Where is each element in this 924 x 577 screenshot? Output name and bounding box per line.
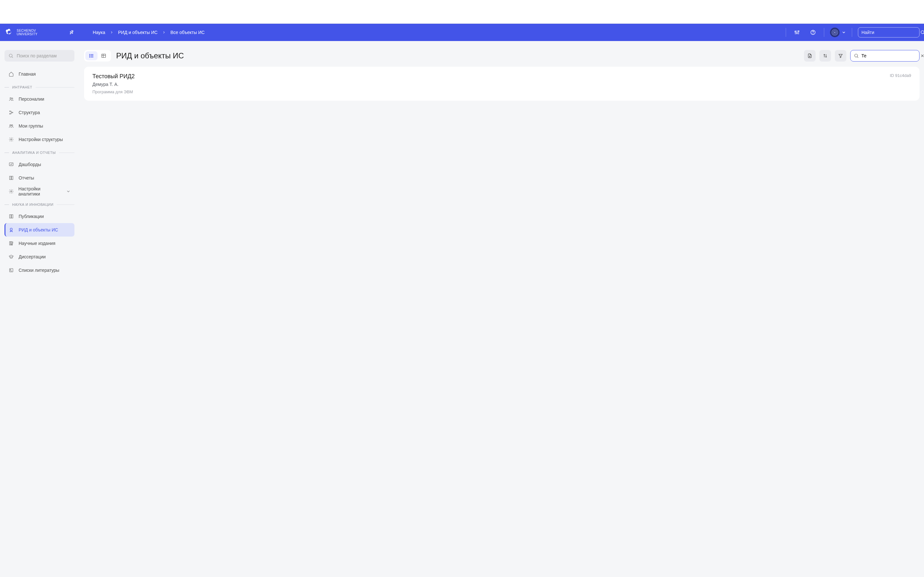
section-science: НАУКА И ИННОВАЦИИ xyxy=(5,203,74,206)
svg-point-38 xyxy=(855,54,858,57)
user-menu[interactable] xyxy=(830,27,846,37)
view-list-button[interactable] xyxy=(86,51,97,60)
svg-point-12 xyxy=(921,31,924,34)
svg-line-15 xyxy=(12,57,13,58)
svg-point-22 xyxy=(11,125,13,126)
header-search[interactable] xyxy=(858,27,919,37)
header-search-input[interactable] xyxy=(861,30,918,35)
nav-label: Дашборды xyxy=(19,162,41,167)
topbar-right xyxy=(786,27,919,37)
svg-rect-35 xyxy=(102,54,105,58)
users-icon xyxy=(8,97,14,102)
svg-point-25 xyxy=(11,191,12,192)
svg-line-39 xyxy=(857,57,858,58)
card-title: Тестовый РИД2 xyxy=(92,73,135,80)
svg-point-18 xyxy=(10,111,11,112)
nav-label: Структура xyxy=(19,110,40,115)
content-search-input[interactable] xyxy=(861,53,918,58)
svg-point-28 xyxy=(10,269,11,270)
breadcrumb-0[interactable]: Наука xyxy=(93,30,105,35)
dashboard-icon xyxy=(8,162,14,167)
sort-button[interactable] xyxy=(819,50,831,61)
topbar: SECHENOV UNIVERSITY Наука РИД и объекты … xyxy=(0,24,924,41)
view-toggle xyxy=(84,50,111,61)
settings-sliders-button[interactable] xyxy=(792,27,802,37)
cap-icon xyxy=(8,254,14,259)
nav-dashboards[interactable]: Дашборды xyxy=(5,158,74,171)
card-type: Программа для ЭВМ xyxy=(92,89,911,94)
sidebar-search[interactable] xyxy=(5,50,74,61)
nav-reports[interactable]: Отчеты xyxy=(5,171,74,185)
content-search[interactable] xyxy=(850,50,919,61)
card-id: ID 91c4da9 xyxy=(890,73,911,78)
card-author: Демура Т. А. xyxy=(92,82,911,87)
divider xyxy=(786,28,786,37)
nav-analytics-settings[interactable]: Настройки аналитики xyxy=(5,185,74,198)
section-analytics: АНАЛИТИКА И ОТЧЕТЫ xyxy=(5,151,74,155)
svg-rect-27 xyxy=(10,269,13,272)
nav-scientific-editions[interactable]: Научные издания xyxy=(5,237,74,250)
search-icon xyxy=(8,53,13,58)
gear-icon xyxy=(8,189,14,194)
svg-point-14 xyxy=(9,54,12,57)
nav-label: Списки литературы xyxy=(19,268,59,273)
home-icon xyxy=(8,71,14,77)
chevron-right-icon xyxy=(162,31,166,34)
nav-label: Настройки аналитики xyxy=(18,186,61,197)
clear-icon[interactable] xyxy=(920,53,924,58)
logo-icon xyxy=(5,27,14,37)
main: РИД и объекты ИС xyxy=(79,41,924,577)
svg-point-8 xyxy=(813,33,813,34)
nav-label: Диссертации xyxy=(19,254,45,259)
search-icon[interactable] xyxy=(920,30,924,35)
gear-icon xyxy=(8,137,14,142)
svg-point-11 xyxy=(834,32,835,33)
nav-my-groups[interactable]: Мои группы xyxy=(5,119,74,133)
nav-structure-settings[interactable]: Настройки структуры xyxy=(5,133,74,146)
svg-point-34 xyxy=(89,57,90,57)
search-icon xyxy=(854,53,859,58)
nav-publications[interactable]: Публикации xyxy=(5,210,74,223)
nav-rid-ip[interactable]: РИД и объекты ИС xyxy=(5,223,74,237)
award-icon xyxy=(8,227,14,232)
browser-chrome xyxy=(0,0,924,24)
nav-personalities[interactable]: Персоналии xyxy=(5,92,74,106)
nav-structure[interactable]: Структура xyxy=(5,106,74,119)
svg-point-20 xyxy=(12,112,13,113)
nav-dissertations[interactable]: Диссертации xyxy=(5,250,74,263)
breadcrumb-1[interactable]: РИД и объекты ИС xyxy=(118,30,158,35)
nav-label: Мои группы xyxy=(19,123,43,129)
nav-label: Отчеты xyxy=(19,175,34,181)
svg-point-32 xyxy=(89,54,90,55)
org-icon xyxy=(8,110,14,115)
toolbar xyxy=(804,50,919,61)
logo[interactable]: SECHENOV UNIVERSITY xyxy=(5,27,37,37)
nav-label: Научные издания xyxy=(19,241,55,246)
divider xyxy=(824,28,824,37)
group-icon xyxy=(8,123,14,129)
svg-point-19 xyxy=(10,113,11,114)
nav-home[interactable]: Главная xyxy=(5,67,74,81)
pin-toggle[interactable] xyxy=(66,27,77,37)
nav-bibliography[interactable]: Списки литературы xyxy=(5,263,74,277)
page-title: РИД и объекты ИС xyxy=(116,51,799,60)
main-header: РИД и объекты ИС xyxy=(84,50,919,61)
svg-point-6 xyxy=(798,31,799,32)
help-button[interactable] xyxy=(808,27,818,37)
books-icon xyxy=(8,241,14,246)
filter-button[interactable] xyxy=(835,50,846,61)
svg-point-16 xyxy=(10,97,11,99)
svg-point-17 xyxy=(12,98,13,99)
nav-label: Публикации xyxy=(19,214,44,219)
svg-point-4 xyxy=(795,31,796,32)
chevron-right-icon xyxy=(110,31,113,34)
result-card[interactable]: Тестовый РИД2 ID 91c4da9 Демура Т. А. Пр… xyxy=(84,67,919,101)
breadcrumb-2[interactable]: Все объекты ИС xyxy=(170,30,205,35)
export-button[interactable] xyxy=(804,50,816,61)
nav-label: Главная xyxy=(19,71,36,77)
view-table-button[interactable] xyxy=(97,51,110,60)
nav-label: Настройки структуры xyxy=(19,137,63,142)
sidebar-search-input[interactable] xyxy=(17,53,73,58)
sidebar: Главная ИНТРАНЕТ Персоналии Структура Мо… xyxy=(0,41,79,577)
divider xyxy=(852,28,852,37)
